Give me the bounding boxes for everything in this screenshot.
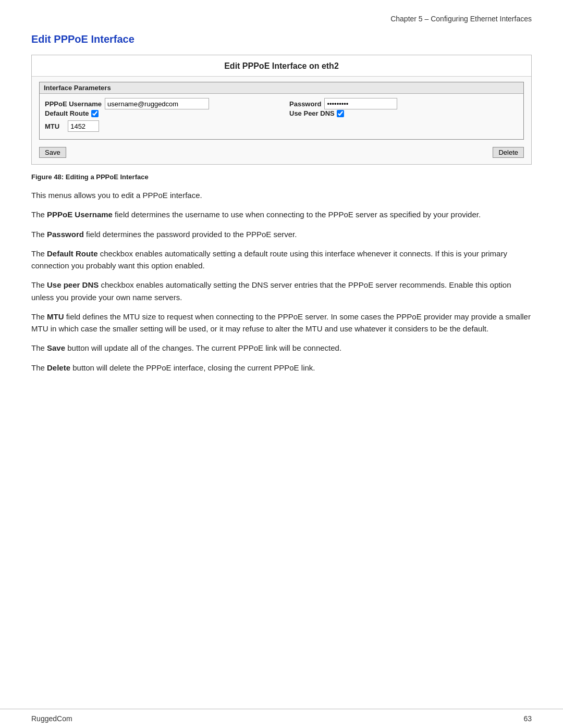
form-title: Edit PPPoE Interface on eth2 [32,55,531,77]
default-route-check-row: Default Route [45,109,99,117]
mtu-label: MTU [45,122,59,130]
default-route-label: Default Route [45,109,89,117]
password-input[interactable] [324,98,397,109]
username-password-row: PPPoE Username Password [45,98,518,109]
mtu-input[interactable] [68,120,99,132]
mtu-row: MTU [45,120,518,132]
p5-suffix: checkbox enables automatically setting t… [31,280,511,301]
param-group-title: Interface Parameters [40,82,523,94]
param-group-body: PPPoE Username Password Default Route [40,94,523,139]
p8-suffix: button will delete the PPPoE interface, … [70,363,315,372]
p1-text: This menus allows you to edit a PPPoE in… [31,191,202,200]
page-footer: RuggedCom 63 [0,709,563,728]
p3-bold: Password [47,230,84,239]
p3-suffix: field determines the password provided t… [84,230,297,239]
p2-prefix: The [31,210,47,219]
save-button[interactable]: Save [39,147,66,158]
footer-company: RuggedCom [31,714,72,723]
page-header: Chapter 5 – Configuring Ethernet Interfa… [0,0,563,28]
p6-bold: MTU [47,312,64,321]
p2-bold: PPPoE Username [47,210,113,219]
paragraph-7: The Save button will update all of the c… [31,342,532,354]
password-col: Password [289,98,518,109]
delete-button[interactable]: Delete [493,147,524,158]
default-route-checkbox[interactable] [91,110,99,117]
paragraph-6: The MTU field defines the MTU size to re… [31,311,532,335]
p8-bold: Delete [47,363,70,372]
paragraph-5: The Use peer DNS checkbox enables automa… [31,279,532,303]
p5-bold: Use peer DNS [47,280,99,289]
username-col: PPPoE Username [45,98,274,109]
figure-caption: Figure 48: Editing a PPPoE Interface [31,173,532,181]
p8-prefix: The [31,363,47,372]
password-label: Password [289,100,321,108]
chapter-title: Chapter 5 – Configuring Ethernet Interfa… [390,15,532,23]
pppoe-username-label: PPPoE Username [45,100,102,108]
p4-suffix: checkbox enables automatically setting a… [31,249,507,270]
p2-suffix: field determines the username to use whe… [113,210,481,219]
use-peer-dns-checkbox[interactable] [337,110,344,117]
pppoe-username-input[interactable] [105,98,209,109]
paragraph-2: The PPPoE Username field determines the … [31,208,532,220]
use-peer-dns-label: Use Peer DNS [289,109,335,117]
button-row: Save Delete [39,145,524,159]
paragraph-4: The Default Route checkbox enables autom… [31,248,532,272]
p7-prefix: The [31,343,47,352]
use-peer-dns-check-row: Use Peer DNS [289,109,344,117]
section-title: Edit PPPoE Interface [31,33,532,45]
paragraph-3: The Password field determines the passwo… [31,228,532,240]
p3-prefix: The [31,230,47,239]
interface-parameters-group: Interface Parameters PPPoE Username Pass… [39,82,524,140]
p6-prefix: The [31,312,47,321]
form-body: Interface Parameters PPPoE Username Pass… [32,77,531,164]
paragraph-1: This menus allows you to edit a PPPoE in… [31,189,532,201]
p6-suffix: field defines the MTU size to request wh… [31,312,531,333]
p7-bold: Save [47,343,65,352]
p5-prefix: The [31,280,47,289]
content-area: Edit PPPoE Interface Edit PPPoE Interfac… [0,28,563,412]
p7-suffix: button will update all of the changes. T… [65,343,341,352]
paragraph-8: The Delete button will delete the PPPoE … [31,362,532,374]
pppoe-form-container: Edit PPPoE Interface on eth2 Interface P… [31,55,532,165]
default-route-col: Default Route [45,109,274,117]
default-route-dns-row: Default Route Use Peer DNS [45,109,518,117]
footer-page-number: 63 [523,714,532,723]
p4-prefix: The [31,249,47,258]
p4-bold: Default Route [47,249,98,258]
use-peer-dns-col: Use Peer DNS [289,109,518,117]
